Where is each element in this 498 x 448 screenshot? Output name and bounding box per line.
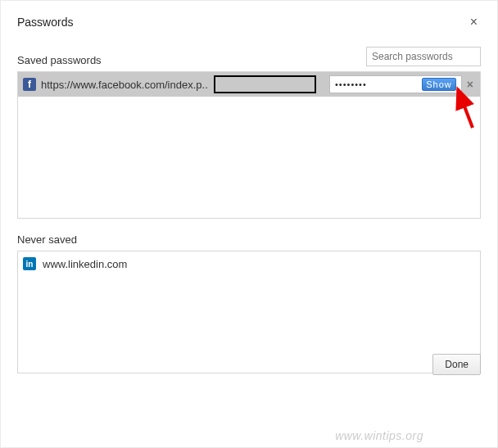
never-saved-row[interactable]: in www.linkedin.com — [18, 251, 480, 276]
password-field[interactable]: •••••••• Show — [329, 75, 462, 93]
dialog-header: Passwords × — [17, 14, 481, 30]
password-mask: •••••••• — [335, 79, 367, 89]
saved-password-row[interactable]: f https://www.facebook.com/index.p.. •••… — [18, 72, 480, 97]
dialog-footer: Done — [432, 354, 481, 375]
remove-icon[interactable]: × — [465, 78, 475, 91]
facebook-icon: f — [23, 78, 36, 91]
site-url: https://www.facebook.com/index.p.. — [41, 79, 209, 91]
never-saved-list: in www.linkedin.com — [17, 251, 481, 373]
passwords-dialog: Passwords × Saved passwords f https://ww… — [1, 1, 497, 390]
linkedin-icon: in — [23, 257, 36, 270]
saved-passwords-label: Saved passwords — [17, 54, 102, 66]
search-input[interactable] — [366, 47, 481, 66]
saved-section-header: Saved passwords — [17, 47, 481, 66]
password-cell: •••••••• Show × — [329, 75, 475, 93]
never-saved-label: Never saved — [17, 233, 481, 246]
username-field[interactable] — [214, 75, 316, 93]
dialog-title: Passwords — [17, 16, 73, 29]
close-icon[interactable]: × — [467, 14, 481, 30]
watermark: www.wintips.org — [335, 429, 423, 442]
done-button[interactable]: Done — [432, 354, 481, 375]
never-site-url: www.linkedin.com — [41, 258, 127, 270]
saved-passwords-list: f https://www.facebook.com/index.p.. •••… — [17, 71, 481, 219]
show-button[interactable]: Show — [422, 78, 456, 91]
